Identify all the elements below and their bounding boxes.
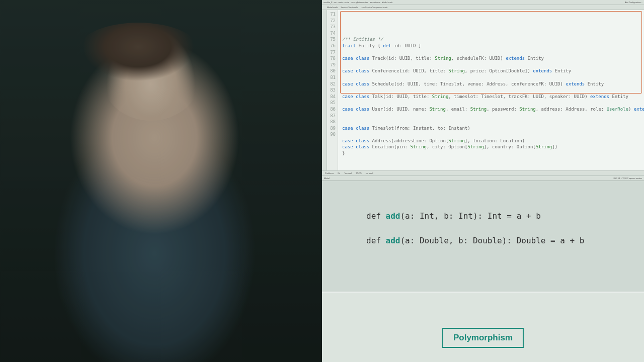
ide-tool-window-tabs: Problems Git Terminal TODO sbt shell [322, 170, 644, 175]
ide-tool-tab[interactable]: Git [338, 172, 340, 174]
ide-status-left: Model [324, 177, 330, 179]
ide-tab[interactable]: ServiceClient.scala [341, 6, 358, 9]
polymorphism-badge: Polymorphism [442, 328, 524, 348]
ide-tool-tab[interactable]: Terminal [344, 172, 352, 174]
code-line[interactable] [342, 74, 640, 81]
ide-left-gutter [322, 10, 327, 170]
ide-line-numbers: 7172737475767778798081828384858687888990 [327, 10, 338, 170]
code-line[interactable]: case class Talk(id: UUID, title: String,… [342, 94, 640, 100]
code-line[interactable]: case class Track(id: UUID, title: String… [342, 55, 640, 62]
ide-editor-tabs: Model.scala ServiceClient.scala UserServ… [322, 5, 644, 10]
ide-tab[interactable]: Model.scala [327, 6, 338, 9]
code-line[interactable]: case class Conference(id: UUID, title: S… [342, 68, 640, 74]
code-line[interactable]: /** Entities */ [342, 36, 640, 43]
code-line[interactable] [342, 49, 640, 56]
code-line[interactable] [342, 113, 640, 119]
code-line[interactable]: case class Schedule(id: UUID, time: Time… [342, 81, 640, 87]
ide-editor-body: 7172737475767778798081828384858687888990… [322, 10, 644, 170]
code-line[interactable] [342, 62, 640, 68]
slide-content-pane: module_8 · src · main · scala · com · gl… [322, 0, 644, 362]
code-line[interactable] [342, 87, 640, 94]
presenter-video-pane [0, 0, 322, 362]
ide-tool-tab[interactable]: sbt shell [366, 172, 373, 174]
slide-code-line-2: def add(a: Double, b: Double): Double = … [366, 236, 624, 245]
code-line[interactable] [342, 131, 640, 138]
ide-toolbar: module_8 · src · main · scala · com · gl… [322, 0, 644, 5]
presenter-image [0, 0, 322, 362]
code-line[interactable] [342, 30, 640, 37]
code-line[interactable]: case class Location(pin: String, city: O… [342, 144, 640, 150]
ide-status-right: 89:2 LF UTF-8 2 spaces master [614, 177, 642, 179]
ide-run-config[interactable]: Add Configuration... [625, 1, 642, 4]
slide-area: def add(a: Int, b: Int): Int = a + b def… [322, 181, 644, 362]
ide-breadcrumb: module_8 · src · main · scala · com · gl… [324, 1, 392, 4]
slide-bottom-panel [322, 293, 644, 362]
ide-code-area[interactable]: /** Entities */trait Entity { def id: UU… [338, 10, 644, 170]
slide-fn-name: add [386, 211, 400, 221]
ide-status-bar: Model 89:2 LF UTF-8 2 spaces master [322, 175, 644, 180]
ide-tab[interactable]: UserServiceComponent.scala [361, 6, 387, 9]
code-line[interactable]: trait Entity { def id: UUID } [342, 43, 640, 49]
code-line[interactable] [342, 100, 640, 106]
code-line[interactable] [342, 119, 640, 125]
code-line[interactable]: } [342, 150, 640, 157]
ide-tool-tab[interactable]: TODO [356, 172, 361, 174]
ide-window: module_8 · src · main · scala · com · gl… [322, 0, 644, 181]
slide-code-line-1: def add(a: Int, b: Int): Int = a + b [366, 211, 624, 221]
code-line[interactable]: case class Timeslot(from: Instant, to: I… [342, 125, 640, 132]
code-line[interactable]: case class Address(addressLine: Option[S… [342, 138, 640, 144]
ide-tool-tab[interactable]: Problems [325, 172, 334, 174]
code-line[interactable]: case class User(id: UUID, name: String, … [342, 106, 640, 113]
slide-fn-name: add [386, 236, 400, 245]
